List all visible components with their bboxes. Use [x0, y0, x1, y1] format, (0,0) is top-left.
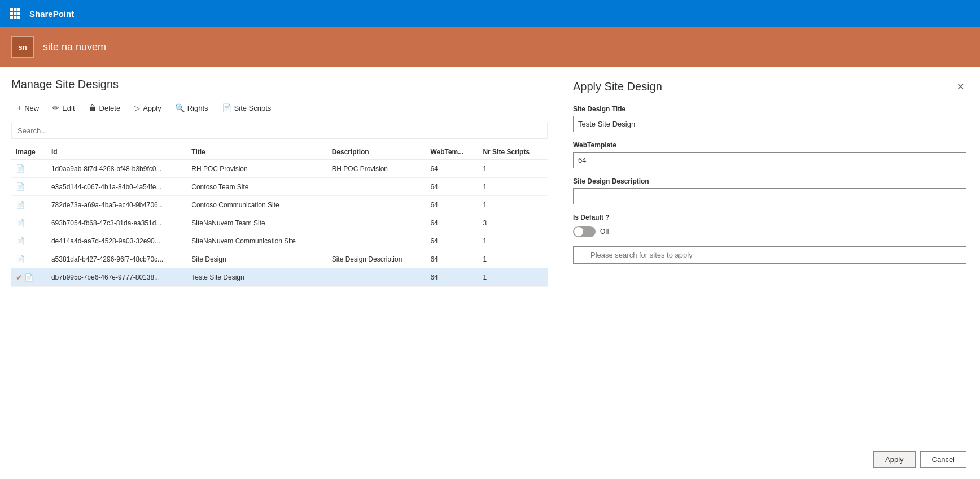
row-title: RH POC Provision — [187, 160, 327, 178]
row-selection-indicator: 📄 — [11, 214, 47, 232]
site-scripts-button[interactable]: 📄 Site Scripts — [216, 100, 277, 116]
row-doc-icon: 📄 — [24, 273, 33, 282]
search-sites-wrapper: 🔍 — [573, 246, 966, 264]
row-id: e3a5d144-c067-4b1a-84b0-4a54fe... — [47, 178, 187, 196]
table-row[interactable]: 📄de414a4d-aa7d-4528-9a03-32e90...SiteNaN… — [11, 232, 548, 250]
row-nr-site-scripts: 1 — [478, 250, 548, 268]
web-template-input[interactable] — [573, 152, 966, 168]
row-description — [327, 178, 426, 196]
site-header: sn site na nuvem — [0, 27, 980, 67]
row-nr-site-scripts: 1 — [478, 196, 548, 214]
svg-rect-1 — [14, 8, 17, 11]
selected-checkmark-icon: ✔ — [16, 273, 23, 282]
row-selection-indicator: 📄 — [11, 232, 47, 250]
plus-icon: + — [17, 103, 21, 112]
row-nr-site-scripts: 1 — [478, 160, 548, 178]
panel-apply-button[interactable]: Apply — [873, 451, 916, 468]
col-id: Id — [47, 145, 187, 160]
apply-button[interactable]: ▷ Apply — [128, 100, 167, 116]
col-nr-site-scripts: Nr Site Scripts — [478, 145, 548, 160]
table-row[interactable]: 📄693b7054-fb68-47c3-81da-ea351d...SiteNa… — [11, 214, 548, 232]
search-input[interactable] — [11, 123, 548, 139]
page-title: Manage Site Designs — [11, 78, 548, 91]
col-description: Description — [327, 145, 426, 160]
row-webtemplate: 64 — [426, 250, 478, 268]
row-doc-icon: 📄 — [16, 182, 25, 191]
row-description: RH POC Provision — [327, 160, 426, 178]
row-id: db7b995c-7be6-467e-9777-80138... — [47, 268, 187, 287]
row-selection-indicator: 📄 — [11, 196, 47, 214]
row-title: Contoso Communication Site — [187, 196, 327, 214]
row-doc-icon: 📄 — [16, 237, 25, 245]
col-webtemplate: WebTem... — [426, 145, 478, 160]
waffle-icon[interactable] — [7, 5, 24, 22]
row-webtemplate: 64 — [426, 160, 478, 178]
table-row[interactable]: 📄e3a5d144-c067-4b1a-84b0-4a54fe...Contos… — [11, 178, 548, 196]
toggle-state-label: Off — [600, 228, 609, 236]
web-template-group: WebTemplate — [573, 141, 966, 168]
table-row[interactable]: 📄1d0aa9ab-8f7d-4268-bf48-b3b9fc0...RH PO… — [11, 160, 548, 178]
trash-icon: 🗑 — [89, 103, 97, 112]
close-button[interactable]: ✕ — [955, 80, 966, 94]
row-webtemplate: 64 — [426, 232, 478, 250]
web-template-label: WebTemplate — [573, 141, 966, 149]
row-id: de414a4d-aa7d-4528-9a03-32e90... — [47, 232, 187, 250]
is-default-label: Is Default ? — [573, 214, 966, 221]
site-name: site na nuvem — [43, 41, 106, 53]
row-webtemplate: 64 — [426, 196, 478, 214]
svg-rect-7 — [14, 16, 17, 19]
toggle-switch[interactable] — [573, 226, 596, 237]
rights-button[interactable]: 🔍 Rights — [169, 100, 214, 116]
row-selection-indicator: ✔ 📄 — [11, 268, 47, 287]
site-design-title-input[interactable] — [573, 116, 966, 132]
play-icon: ▷ — [134, 103, 140, 112]
site-design-title-group: Site Design Title — [573, 105, 966, 132]
row-title: SiteNaNuvem Communication Site — [187, 232, 327, 250]
row-id: 782de73a-a69a-4ba5-ac40-9b4706... — [47, 196, 187, 214]
main-layout: Manage Site Designs + New ✏ Edit 🗑 Delet… — [0, 67, 980, 479]
table-row[interactable]: ✔ 📄db7b995c-7be6-467e-9777-80138...Teste… — [11, 268, 548, 287]
site-design-description-label: Site Design Description — [573, 177, 966, 185]
panel-cancel-button[interactable]: Cancel — [920, 451, 966, 468]
row-title: Teste Site Design — [187, 268, 327, 287]
row-title: Contoso Team Site — [187, 178, 327, 196]
svg-rect-5 — [18, 12, 20, 15]
row-nr-site-scripts: 1 — [478, 268, 548, 287]
svg-rect-3 — [10, 12, 13, 15]
row-doc-icon: 📄 — [16, 201, 25, 209]
row-webtemplate: 64 — [426, 214, 478, 232]
site-design-description-input[interactable] — [573, 188, 966, 204]
app-title: SharePoint — [29, 9, 74, 19]
row-nr-site-scripts: 1 — [478, 178, 548, 196]
col-image: Image — [11, 145, 47, 160]
panel-footer: Apply Cancel — [573, 440, 966, 468]
table-row[interactable]: 📄a5381daf-b427-4296-96f7-48cb70c...Site … — [11, 250, 548, 268]
top-bar: SharePoint — [0, 0, 980, 27]
rights-icon: 🔍 — [175, 103, 185, 112]
is-default-group: Is Default ? Off — [573, 214, 966, 246]
row-id: 1d0aa9ab-8f7d-4268-bf48-b3b9fc0... — [47, 160, 187, 178]
table-row[interactable]: 📄782de73a-a69a-4ba5-ac40-9b4706...Contos… — [11, 196, 548, 214]
site-design-description-group: Site Design Description — [573, 177, 966, 204]
toggle-group: Off — [573, 226, 966, 237]
edit-button[interactable]: ✏ Edit — [47, 100, 80, 116]
row-selection-indicator: 📄 — [11, 250, 47, 268]
row-title: Site Design — [187, 250, 327, 268]
scripts-icon: 📄 — [222, 103, 231, 112]
panel-title: Apply Site Design — [573, 80, 662, 93]
search-sites-input[interactable] — [573, 246, 966, 264]
site-avatar: sn — [11, 36, 34, 58]
row-selection-indicator: 📄 — [11, 178, 47, 196]
row-description: Site Design Description — [327, 250, 426, 268]
new-button[interactable]: + New — [11, 100, 45, 116]
row-doc-icon: 📄 — [16, 255, 25, 263]
row-doc-icon: 📄 — [16, 164, 25, 173]
row-nr-site-scripts: 1 — [478, 232, 548, 250]
left-panel: Manage Site Designs + New ✏ Edit 🗑 Delet… — [0, 67, 559, 479]
svg-rect-6 — [10, 16, 13, 19]
row-nr-site-scripts: 3 — [478, 214, 548, 232]
row-id: a5381daf-b427-4296-96f7-48cb70c... — [47, 250, 187, 268]
row-id: 693b7054-fb68-47c3-81da-ea351d... — [47, 214, 187, 232]
svg-rect-2 — [18, 8, 20, 11]
delete-button[interactable]: 🗑 Delete — [83, 100, 126, 116]
